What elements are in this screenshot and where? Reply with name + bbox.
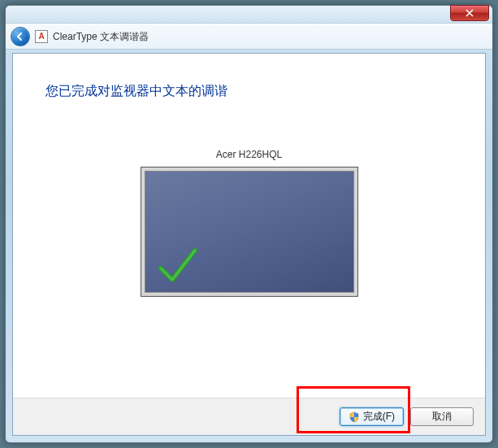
footer: 完成(F) 取消 [13, 398, 485, 435]
nav-title: ClearType 文本调谐器 [53, 30, 149, 44]
close-icon [466, 9, 474, 17]
back-button[interactable] [11, 27, 30, 46]
finish-button-label: 完成(F) [363, 410, 395, 424]
titlebar [6, 6, 492, 24]
page-heading: 您已完成对监视器中文本的调谐 [45, 83, 453, 100]
app-icon: A [35, 30, 48, 43]
monitor-preview [141, 167, 358, 297]
finish-button[interactable]: 完成(F) [340, 407, 404, 426]
monitor-name: Acer H226HQL [45, 149, 453, 160]
close-button[interactable] [450, 5, 489, 21]
cancel-button-label: 取消 [432, 410, 452, 424]
checkmark-icon [156, 244, 200, 288]
shield-icon [349, 411, 360, 423]
client-area: 您已完成对监视器中文本的调谐 Acer H226HQL 完成(F) [12, 53, 486, 436]
navbar: A ClearType 文本调谐器 [6, 24, 492, 50]
app-icon-letter: A [38, 33, 44, 41]
cancel-button[interactable]: 取消 [410, 407, 474, 426]
content: 您已完成对监视器中文本的调谐 Acer H226HQL [13, 54, 485, 398]
back-arrow-icon [15, 32, 25, 41]
dialog-window: A ClearType 文本调谐器 您已完成对监视器中文本的调谐 Acer H2… [5, 5, 493, 443]
monitor-section: Acer H226HQL [45, 149, 453, 297]
